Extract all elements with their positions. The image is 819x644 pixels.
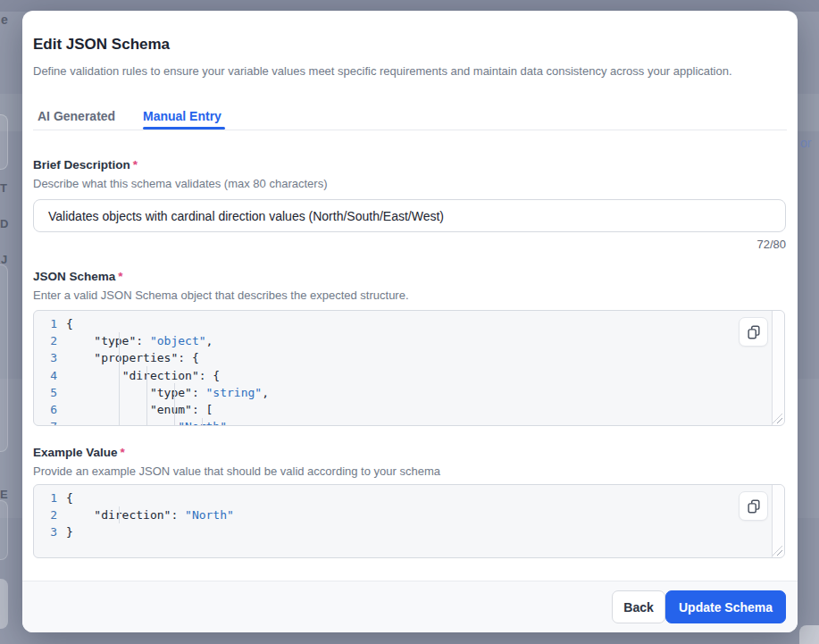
- background-link-fragment: or: [800, 136, 811, 150]
- brief-description-helper: Describe what this schema validates (max…: [33, 177, 327, 190]
- required-marker: *: [118, 270, 122, 283]
- dialog-title: Edit JSON Schema: [33, 36, 170, 54]
- indent-guide: [146, 366, 147, 425]
- example-value-label: Example Value*: [33, 446, 125, 459]
- background-chip: [0, 114, 8, 170]
- background-panel: [0, 500, 8, 560]
- tab-manual-entry[interactable]: Manual Entry: [143, 109, 221, 123]
- tabs-divider: [33, 130, 787, 130]
- brief-description-label: Brief Description*: [33, 158, 138, 171]
- back-button[interactable]: Back: [612, 590, 665, 623]
- copy-icon: [746, 324, 762, 340]
- background-text-fragment: T: [0, 181, 7, 195]
- background-text-fragment: E: [0, 488, 8, 501]
- background-text-fragment: D: [0, 217, 8, 230]
- background-panel: [0, 579, 8, 629]
- brief-description-input[interactable]: [33, 199, 786, 232]
- dialog-subtitle: Define validation rules to ensure your v…: [33, 64, 732, 78]
- json-schema-helper: Enter a valid JSON Schema object that de…: [33, 289, 409, 302]
- editor-scrollbar-track: [772, 311, 784, 425]
- dialog-footer: Back Update Schema: [22, 581, 798, 632]
- background-text-fragment: e: [1, 13, 8, 27]
- update-schema-button[interactable]: Update Schema: [665, 590, 786, 623]
- edit-json-schema-dialog: Edit JSON Schema Define validation rules…: [22, 11, 798, 632]
- code-lines[interactable]: { "type": "object", "properties": { "dir…: [66, 315, 770, 426]
- required-marker: *: [133, 158, 138, 171]
- background-button-corner: [799, 625, 819, 644]
- indent-guide: [119, 506, 120, 523]
- background-panel: [0, 264, 8, 452]
- json-schema-label-text: JSON Schema: [33, 270, 115, 283]
- copy-example-button[interactable]: [739, 491, 768, 521]
- required-marker: *: [121, 446, 125, 459]
- tab-ai-generated[interactable]: AI Generated: [38, 109, 115, 123]
- example-value-helper: Provide an example JSON value that shoul…: [33, 464, 440, 478]
- code-lines[interactable]: { "direction": "North"}: [66, 489, 770, 541]
- json-schema-label: JSON Schema*: [33, 270, 123, 283]
- copy-icon: [746, 498, 762, 514]
- example-value-code-editor[interactable]: 123 { "direction": "North"}: [33, 484, 785, 558]
- example-value-label-text: Example Value: [33, 446, 118, 459]
- line-numbers: 1234567: [34, 315, 61, 426]
- brief-description-label-text: Brief Description: [33, 158, 130, 171]
- copy-schema-button[interactable]: [739, 317, 768, 347]
- json-schema-code-editor[interactable]: 1234567 { "type": "object", "properties"…: [33, 310, 785, 426]
- indent-guide: [174, 383, 175, 425]
- indent-guide: [202, 418, 203, 425]
- indent-guide: [119, 332, 120, 425]
- line-numbers: 123: [34, 489, 61, 541]
- character-count: 72/80: [756, 238, 786, 251]
